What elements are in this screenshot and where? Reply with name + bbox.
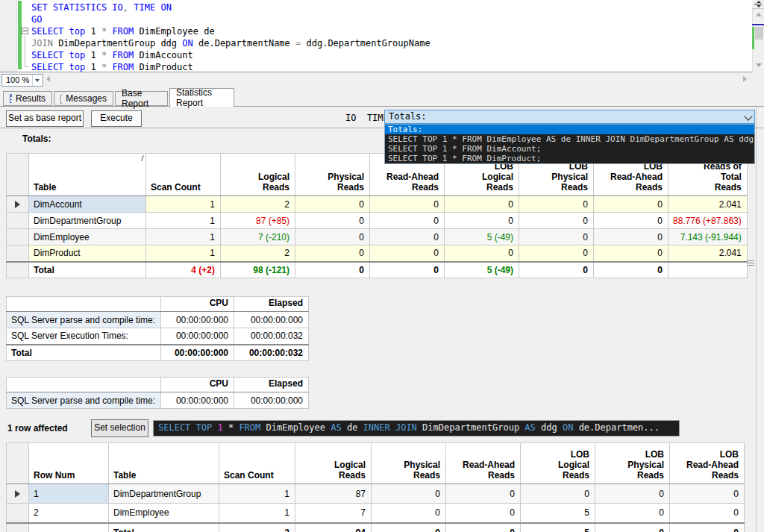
statement-combobox[interactable]: Totals: (384, 110, 755, 124)
cell[interactable]: 0 (519, 229, 594, 245)
cell[interactable]: 1 (219, 504, 295, 523)
scroll-left-icon[interactable] (46, 76, 50, 82)
cell[interactable]: 0 (446, 523, 521, 532)
cell[interactable]: 0 (370, 213, 445, 229)
cell[interactable]: 1 (146, 245, 221, 262)
cell[interactable]: DimEmployee (29, 229, 146, 245)
cell[interactable]: 2 (29, 504, 109, 523)
column-header[interactable]: Scan Count (219, 443, 295, 484)
cell[interactable]: 00:00:00:000 (160, 345, 234, 361)
cell[interactable]: 0 (295, 262, 370, 278)
code-line[interactable]: SELECT top 1 * FROM DimProduct (31, 61, 749, 73)
cell[interactable]: 1 (146, 196, 221, 213)
column-header[interactable]: Logical Reads (221, 154, 295, 196)
cell[interactable]: 0 (670, 504, 745, 523)
selected-statement-bar[interactable]: SELECT TOP 1 * FROM DimEmployee AS de IN… (153, 420, 680, 436)
cell[interactable]: 7 (295, 504, 372, 523)
cell[interactable]: Total (109, 523, 219, 532)
cell[interactable]: 1 (146, 229, 221, 245)
tab-statistics-report[interactable]: Statistics Report (169, 88, 234, 107)
code-line[interactable]: GO (31, 13, 749, 25)
cell[interactable]: 5 (521, 504, 595, 523)
zoom-level-select[interactable]: 100 % (1, 74, 43, 87)
chevron-down-icon[interactable] (744, 112, 752, 120)
editor-vertical-scrollbar[interactable] (752, 0, 764, 72)
cell[interactable]: 2 (219, 523, 295, 532)
column-header[interactable]: Elapsed (234, 297, 308, 312)
cell[interactable]: 98 (-121) (221, 262, 295, 278)
cell[interactable]: 0 (370, 262, 445, 278)
cell[interactable]: 00:00:00:000 (234, 312, 308, 328)
cell[interactable]: 0 (372, 484, 446, 504)
column-header[interactable]: Physical Reads (372, 443, 446, 484)
cell[interactable]: 0 (595, 504, 670, 523)
cell[interactable]: 0 (370, 196, 445, 213)
cell[interactable]: 7 (-210) (221, 229, 295, 245)
code-line[interactable]: SET STATISTICS IO, TIME ON (31, 1, 749, 13)
code-line[interactable]: SELECT top 1 * FROM DimEmployee de (31, 25, 749, 37)
cell[interactable]: 0 (370, 229, 445, 245)
code-line[interactable]: SELECT top 1 * FROM DimAccount (31, 49, 749, 61)
cell[interactable]: 87 (+85) (221, 213, 295, 229)
cell[interactable]: 7.143 (-91.944) (668, 229, 748, 245)
cell[interactable]: 0 (670, 523, 745, 532)
cell[interactable]: 0 (595, 523, 670, 532)
dropdown-item[interactable]: SELECT TOP 1 * FROM DimEmployee AS de IN… (385, 134, 754, 144)
statement-dropdown-list[interactable]: Totals:SELECT TOP 1 * FROM DimEmployee A… (384, 124, 755, 164)
cell[interactable]: 0 (295, 213, 370, 229)
cell[interactable] (668, 262, 748, 278)
cell[interactable]: 0 (594, 213, 668, 229)
column-header[interactable] (7, 297, 161, 312)
cell[interactable]: 0 (594, 245, 668, 262)
column-header[interactable]: LOB Physical Reads (595, 443, 670, 484)
cell[interactable]: DimAccount (29, 196, 146, 213)
column-header[interactable]: Logical Reads (295, 443, 372, 484)
cell[interactable]: 0 (670, 484, 745, 504)
cell[interactable]: 1 (29, 484, 109, 504)
cell[interactable]: 2.041 (668, 196, 748, 213)
cell[interactable]: Total (7, 345, 161, 361)
column-header[interactable]: Elapsed (234, 378, 308, 392)
cell[interactable]: 1 (219, 484, 295, 504)
cell[interactable]: 87 (295, 484, 372, 504)
dropdown-item[interactable]: SELECT TOP 1 * FROM DimProduct; (385, 154, 754, 163)
row-selector-cell[interactable] (7, 196, 29, 213)
column-header[interactable]: Row Num (29, 443, 109, 484)
cell[interactable]: SQL Server Execution Times: (7, 328, 161, 345)
cell[interactable]: DimEmployee (109, 504, 219, 523)
cell[interactable]: 00:00:00:000 (234, 392, 308, 409)
row-selector-header[interactable] (7, 443, 29, 484)
cell[interactable]: 0 (594, 262, 668, 278)
cell[interactable]: 00:00:00:032 (234, 345, 308, 361)
sql-code-text[interactable]: SET STATISTICS IO, TIME ONGOSELECT top 1… (31, 1, 749, 73)
editor-splitter-icon[interactable] (752, 0, 764, 9)
column-header[interactable]: Table (109, 443, 219, 484)
code-fold-collapse-icon[interactable] (22, 28, 28, 34)
column-header[interactable]: LOB Logical Reads (521, 443, 595, 484)
column-header[interactable]: Table/ (29, 154, 146, 196)
tab-messages[interactable]: Messages (54, 91, 113, 106)
column-header[interactable]: CPU (160, 378, 234, 392)
cell[interactable]: 0 (295, 196, 370, 213)
cell[interactable]: 5 (-49) (445, 229, 519, 245)
cell[interactable]: 0 (519, 262, 594, 278)
cell[interactable]: 00:00:00:000 (160, 312, 234, 328)
cell[interactable]: 94 (295, 523, 372, 532)
cell[interactable]: 00:00:00:032 (234, 328, 308, 345)
tab-base-report[interactable]: Base Report (115, 91, 168, 106)
cell[interactable]: DimDepartmentGroup (29, 213, 146, 229)
scroll-up-icon[interactable] (753, 10, 764, 19)
cell[interactable]: 2 (221, 196, 295, 213)
dropdown-item[interactable]: SELECT TOP 1 * FROM DimAccount; (385, 144, 754, 154)
cell[interactable]: DimProduct (29, 245, 146, 262)
code-line[interactable]: JOIN DimDepartmentGroup ddg ON de.Depart… (31, 37, 749, 49)
splitter-grip[interactable] (748, 260, 754, 269)
cell[interactable]: 0 (519, 196, 594, 213)
scroll-down-icon[interactable] (753, 61, 764, 70)
cell[interactable]: DimDepartmentGroup (109, 484, 219, 504)
cell[interactable]: 0 (595, 484, 670, 504)
column-header[interactable]: LOB Read-Ahead Reads (670, 443, 745, 484)
column-header[interactable]: CPU (160, 297, 234, 312)
cell[interactable]: 0 (445, 213, 519, 229)
cell[interactable]: 0 (295, 229, 370, 245)
